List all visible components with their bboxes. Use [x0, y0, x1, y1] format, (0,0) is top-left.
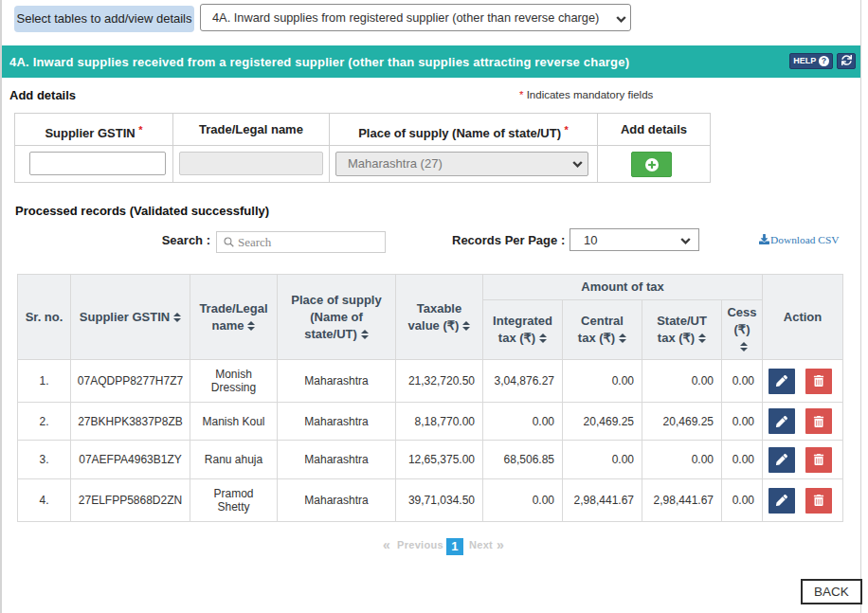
- svg-text:?: ?: [822, 56, 826, 65]
